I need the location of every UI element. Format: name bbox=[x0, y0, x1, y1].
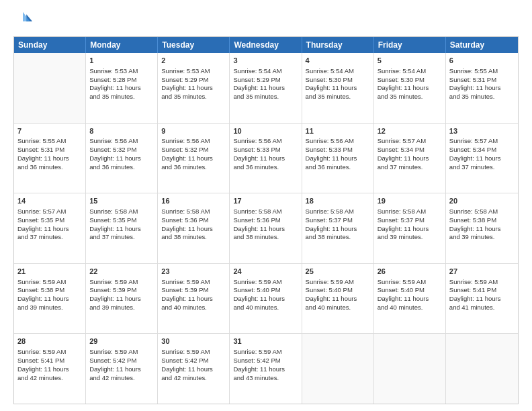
day-info-line: and 36 minutes. bbox=[17, 163, 82, 172]
calendar-cell: 27Sunrise: 5:59 AMSunset: 5:41 PMDayligh… bbox=[446, 264, 518, 334]
day-info-line: Daylight: 11 hours bbox=[233, 84, 298, 93]
calendar-cell bbox=[14, 53, 86, 123]
day-info-line: Sunset: 5:40 PM bbox=[306, 286, 370, 295]
calendar-cell: 1Sunrise: 5:53 AMSunset: 5:28 PMDaylight… bbox=[86, 53, 158, 123]
calendar-header-cell: Tuesday bbox=[158, 37, 230, 53]
day-info-line: Sunrise: 5:54 AM bbox=[378, 67, 442, 76]
calendar-week: 28Sunrise: 5:59 AMSunset: 5:41 PMDayligh… bbox=[14, 334, 518, 404]
day-info-line: Daylight: 11 hours bbox=[233, 225, 298, 234]
calendar-header-cell: Thursday bbox=[302, 37, 374, 53]
day-info-line: Sunset: 5:31 PM bbox=[449, 76, 515, 85]
calendar-week: 14Sunrise: 5:57 AMSunset: 5:35 PMDayligh… bbox=[14, 193, 518, 264]
day-info-line: Sunset: 5:40 PM bbox=[378, 286, 442, 295]
day-info-line: Sunset: 5:34 PM bbox=[378, 146, 442, 154]
calendar-cell bbox=[446, 334, 518, 404]
day-info-line: Sunrise: 5:53 AM bbox=[89, 67, 154, 76]
day-info-line: and 35 minutes. bbox=[161, 93, 226, 101]
calendar-header-cell: Friday bbox=[374, 37, 446, 53]
day-number: 13 bbox=[449, 126, 515, 136]
day-info-line: and 42 minutes. bbox=[161, 374, 226, 383]
day-info-line: Sunrise: 5:59 AM bbox=[449, 278, 515, 287]
calendar-cell: 11Sunrise: 5:56 AMSunset: 5:33 PMDayligh… bbox=[302, 124, 374, 193]
calendar-cell: 24Sunrise: 5:59 AMSunset: 5:40 PMDayligh… bbox=[230, 264, 302, 334]
day-info-line: and 36 minutes. bbox=[161, 163, 226, 172]
day-info-line: Daylight: 11 hours bbox=[89, 225, 154, 234]
day-number: 15 bbox=[89, 196, 154, 206]
day-info-line: and 40 minutes. bbox=[161, 304, 226, 312]
calendar-cell: 19Sunrise: 5:58 AMSunset: 5:37 PMDayligh… bbox=[374, 193, 446, 263]
day-info-line: Sunset: 5:28 PM bbox=[89, 76, 154, 85]
day-number: 5 bbox=[378, 56, 442, 66]
day-info-line: Sunset: 5:41 PM bbox=[449, 286, 515, 295]
logo bbox=[13, 11, 35, 30]
day-info-line: and 37 minutes. bbox=[449, 163, 515, 172]
day-info-line: Sunset: 5:42 PM bbox=[89, 357, 154, 365]
calendar-cell: 13Sunrise: 5:57 AMSunset: 5:34 PMDayligh… bbox=[446, 124, 518, 193]
logo-icon bbox=[13, 11, 32, 30]
calendar-cell: 20Sunrise: 5:58 AMSunset: 5:38 PMDayligh… bbox=[446, 193, 518, 263]
day-info-line: Daylight: 11 hours bbox=[306, 84, 370, 93]
calendar-cell: 2Sunrise: 5:53 AMSunset: 5:29 PMDaylight… bbox=[158, 53, 230, 123]
day-info-line: Sunrise: 5:55 AM bbox=[17, 137, 82, 146]
day-info-line: Daylight: 11 hours bbox=[17, 365, 82, 374]
day-info-line: and 38 minutes. bbox=[161, 233, 226, 242]
calendar-header-cell: Sunday bbox=[14, 37, 86, 53]
day-number: 22 bbox=[89, 267, 154, 277]
day-info-line: Sunrise: 5:58 AM bbox=[378, 208, 442, 216]
day-info-line: and 39 minutes. bbox=[89, 304, 154, 312]
calendar-header: SundayMondayTuesdayWednesdayThursdayFrid… bbox=[14, 37, 518, 53]
day-info-line: Daylight: 11 hours bbox=[17, 225, 82, 234]
day-number: 18 bbox=[306, 196, 370, 206]
page: SundayMondayTuesdayWednesdayThursdayFrid… bbox=[0, 0, 532, 411]
day-info-line: Sunrise: 5:57 AM bbox=[17, 208, 82, 216]
calendar-cell: 8Sunrise: 5:56 AMSunset: 5:32 PMDaylight… bbox=[86, 124, 158, 193]
day-number: 16 bbox=[161, 196, 226, 206]
day-info-line: Daylight: 11 hours bbox=[233, 295, 298, 304]
calendar-cell: 15Sunrise: 5:58 AMSunset: 5:35 PMDayligh… bbox=[86, 193, 158, 263]
day-info-line: Sunrise: 5:59 AM bbox=[233, 348, 298, 357]
day-info-line: and 40 minutes. bbox=[378, 304, 442, 312]
calendar-week: 7Sunrise: 5:55 AMSunset: 5:31 PMDaylight… bbox=[14, 124, 518, 194]
day-number: 31 bbox=[233, 336, 298, 347]
day-number: 30 bbox=[161, 336, 226, 347]
day-number: 6 bbox=[449, 56, 515, 66]
day-info-line: Sunrise: 5:53 AM bbox=[161, 67, 226, 76]
day-info-line: Daylight: 11 hours bbox=[89, 295, 154, 304]
day-info-line: and 36 minutes. bbox=[233, 163, 298, 172]
day-number: 29 bbox=[89, 336, 154, 347]
day-number: 2 bbox=[161, 56, 226, 66]
day-info-line: Sunrise: 5:56 AM bbox=[89, 137, 154, 146]
day-info-line: Sunset: 5:35 PM bbox=[17, 216, 82, 225]
calendar-cell: 22Sunrise: 5:59 AMSunset: 5:39 PMDayligh… bbox=[86, 264, 158, 334]
day-info-line: Sunset: 5:35 PM bbox=[89, 216, 154, 225]
day-info-line: Sunrise: 5:57 AM bbox=[449, 137, 515, 146]
day-info-line: Sunrise: 5:59 AM bbox=[306, 278, 370, 287]
calendar-cell: 12Sunrise: 5:57 AMSunset: 5:34 PMDayligh… bbox=[374, 124, 446, 193]
calendar-cell: 23Sunrise: 5:59 AMSunset: 5:39 PMDayligh… bbox=[158, 264, 230, 334]
day-info-line: Daylight: 11 hours bbox=[89, 84, 154, 93]
calendar-header-cell: Saturday bbox=[446, 37, 518, 53]
day-info-line: Sunset: 5:39 PM bbox=[161, 286, 226, 295]
day-info-line: Sunrise: 5:57 AM bbox=[378, 137, 442, 146]
day-info-line: Daylight: 11 hours bbox=[89, 154, 154, 163]
day-info-line: Daylight: 11 hours bbox=[378, 84, 442, 93]
day-number: 27 bbox=[449, 267, 515, 277]
day-info-line: Daylight: 11 hours bbox=[449, 295, 515, 304]
day-number: 14 bbox=[17, 196, 82, 206]
day-number: 8 bbox=[89, 126, 154, 136]
day-info-line: Daylight: 11 hours bbox=[161, 154, 226, 163]
day-info-line: Sunrise: 5:59 AM bbox=[17, 348, 82, 357]
day-info-line: and 39 minutes. bbox=[378, 233, 442, 242]
calendar-cell: 26Sunrise: 5:59 AMSunset: 5:40 PMDayligh… bbox=[374, 264, 446, 334]
day-info-line: Sunrise: 5:59 AM bbox=[161, 278, 226, 287]
calendar-week: 21Sunrise: 5:59 AMSunset: 5:38 PMDayligh… bbox=[14, 264, 518, 334]
day-info-line: and 37 minutes. bbox=[17, 233, 82, 242]
day-info-line: Sunrise: 5:56 AM bbox=[161, 137, 226, 146]
day-info-line: Daylight: 11 hours bbox=[17, 154, 82, 163]
day-number: 4 bbox=[306, 56, 370, 66]
day-number: 19 bbox=[378, 196, 442, 206]
day-info-line: Sunset: 5:32 PM bbox=[89, 146, 154, 154]
calendar-cell: 4Sunrise: 5:54 AMSunset: 5:30 PMDaylight… bbox=[302, 53, 374, 123]
day-info-line: Sunset: 5:40 PM bbox=[233, 286, 298, 295]
day-info-line: Daylight: 11 hours bbox=[306, 225, 370, 234]
